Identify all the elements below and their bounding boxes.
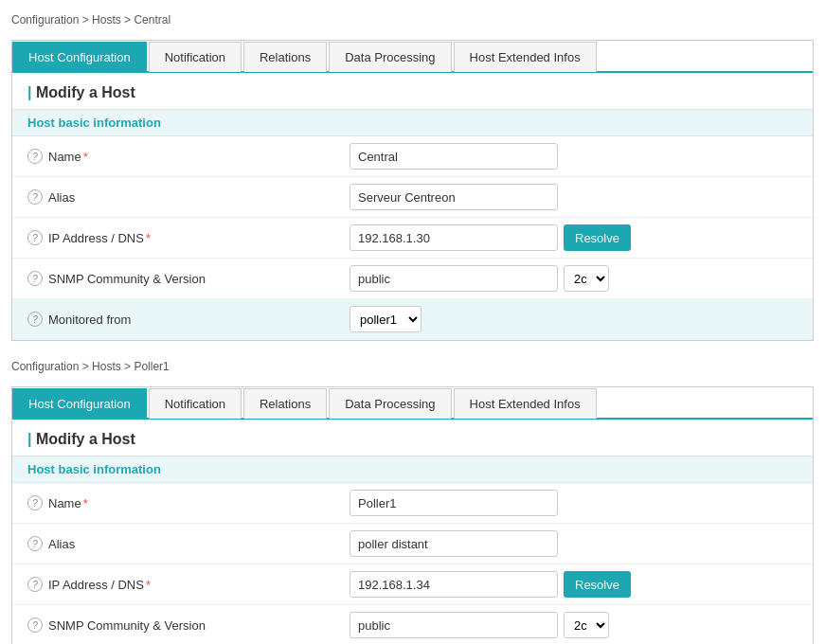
control-wrap-1-3: 2c13	[350, 612, 798, 638]
tab-0-0[interactable]: Host Configuration	[12, 42, 147, 72]
section-title-0: Modify a Host	[12, 73, 813, 110]
input-0-0[interactable]	[350, 143, 558, 170]
subsection-header-1: Host basic information	[12, 456, 813, 483]
section-card-1: Host ConfigurationNotificationRelationsD…	[11, 386, 814, 644]
control-wrap-0-3: 2c13	[350, 265, 798, 292]
help-icon-1-3[interactable]: ?	[27, 617, 43, 633]
form-row-0-4: ?Monitored frompoller1Central	[12, 299, 813, 340]
help-icon-1-0[interactable]: ?	[27, 495, 43, 510]
required-marker-1-2: *	[146, 578, 151, 592]
form-row-1-2: ?IP Address / DNS *Resolve	[12, 564, 813, 605]
label-text-0-4: Monitored from	[48, 313, 131, 327]
input-0-3[interactable]	[350, 265, 558, 292]
control-wrap-1-2: Resolve	[350, 571, 798, 598]
control-wrap-0-0	[350, 143, 798, 170]
help-icon-0-4[interactable]: ?	[27, 312, 43, 327]
tabs-1: Host ConfigurationNotificationRelationsD…	[12, 387, 813, 420]
form-row-0-1: ?Alias	[12, 177, 813, 218]
input-1-1[interactable]	[350, 530, 558, 557]
label-text-0-1: Alias	[48, 190, 75, 205]
section-title-1: Modify a Host	[12, 420, 813, 456]
help-icon-0-3[interactable]: ?	[27, 271, 43, 286]
label-text-0-0: Name	[48, 150, 81, 164]
help-icon-0-0[interactable]: ?	[27, 149, 43, 164]
form-row-1-0: ?Name *	[12, 483, 813, 524]
input-1-0[interactable]	[350, 490, 558, 516]
input-1-3[interactable]	[350, 612, 558, 638]
form-label-0-0: ?Name *	[27, 149, 350, 164]
form-row-0-2: ?IP Address / DNS *Resolve	[12, 218, 813, 259]
breadcrumb-0: Configuration > Hosts > Central	[11, 9, 814, 30]
input-0-1[interactable]	[350, 184, 558, 210]
control-wrap-0-4: poller1Central	[350, 306, 798, 332]
form-row-0-3: ?SNMP Community & Version2c13	[12, 259, 813, 299]
page-wrapper: Configuration > Hosts > CentralHost Conf…	[0, 0, 825, 644]
form-label-0-1: ?Alias	[27, 189, 350, 205]
tab-0-3[interactable]: Data Processing	[329, 42, 451, 72]
form-row-1-3: ?SNMP Community & Version2c13	[12, 605, 813, 644]
form-label-1-1: ?Alias	[27, 536, 350, 551]
required-marker-0-2: *	[146, 231, 151, 245]
control-wrap-0-2: Resolve	[350, 224, 798, 251]
label-text-1-2: IP Address / DNS	[48, 578, 144, 592]
form-label-1-3: ?SNMP Community & Version	[27, 617, 350, 633]
required-marker-1-0: *	[83, 496, 88, 510]
select-0-3[interactable]: 2c13	[564, 265, 609, 292]
tab-1-1[interactable]: Notification	[149, 388, 242, 419]
control-wrap-1-1	[350, 530, 798, 557]
tab-0-2[interactable]: Relations	[243, 42, 327, 72]
tab-1-2[interactable]: Relations	[243, 388, 327, 419]
control-wrap-0-1	[350, 184, 798, 210]
form-label-1-2: ?IP Address / DNS *	[27, 577, 350, 592]
tabs-0: Host ConfigurationNotificationRelationsD…	[12, 41, 813, 73]
form-label-0-2: ?IP Address / DNS *	[27, 230, 350, 245]
control-wrap-1-0	[350, 490, 798, 516]
help-icon-1-2[interactable]: ?	[27, 577, 43, 592]
form-row-1-1: ?Alias	[12, 524, 813, 564]
form-label-0-3: ?SNMP Community & Version	[27, 271, 350, 286]
tab-1-3[interactable]: Data Processing	[329, 388, 451, 419]
breadcrumb-1: Configuration > Hosts > Poller1	[11, 356, 814, 377]
tab-1-4[interactable]: Host Extended Infos	[454, 388, 597, 419]
select-1-3[interactable]: 2c13	[564, 612, 609, 638]
resolve-button-1-2[interactable]: Resolve	[564, 571, 631, 598]
help-icon-1-1[interactable]: ?	[27, 536, 43, 551]
select-0-4[interactable]: poller1Central	[350, 306, 421, 332]
form-row-0-0: ?Name *	[12, 136, 813, 177]
subsection-header-0: Host basic information	[12, 110, 813, 136]
tab-0-1[interactable]: Notification	[149, 42, 242, 72]
tab-1-0[interactable]: Host Configuration	[12, 388, 147, 419]
label-text-1-3: SNMP Community & Version	[48, 618, 206, 633]
input-0-2[interactable]	[350, 224, 558, 251]
help-icon-0-1[interactable]: ?	[27, 189, 43, 205]
label-text-1-1: Alias	[48, 537, 75, 551]
label-text-1-0: Name	[48, 496, 81, 510]
required-marker-0-0: *	[83, 150, 88, 164]
label-text-0-3: SNMP Community & Version	[48, 272, 206, 286]
resolve-button-0-2[interactable]: Resolve	[564, 224, 631, 251]
section-card-0: Host ConfigurationNotificationRelationsD…	[11, 40, 814, 341]
label-text-0-2: IP Address / DNS	[48, 231, 144, 245]
form-label-0-4: ?Monitored from	[27, 312, 350, 327]
form-label-1-0: ?Name *	[27, 495, 350, 510]
input-1-2[interactable]	[350, 571, 558, 598]
help-icon-0-2[interactable]: ?	[27, 230, 43, 245]
tab-0-4[interactable]: Host Extended Infos	[454, 42, 597, 72]
